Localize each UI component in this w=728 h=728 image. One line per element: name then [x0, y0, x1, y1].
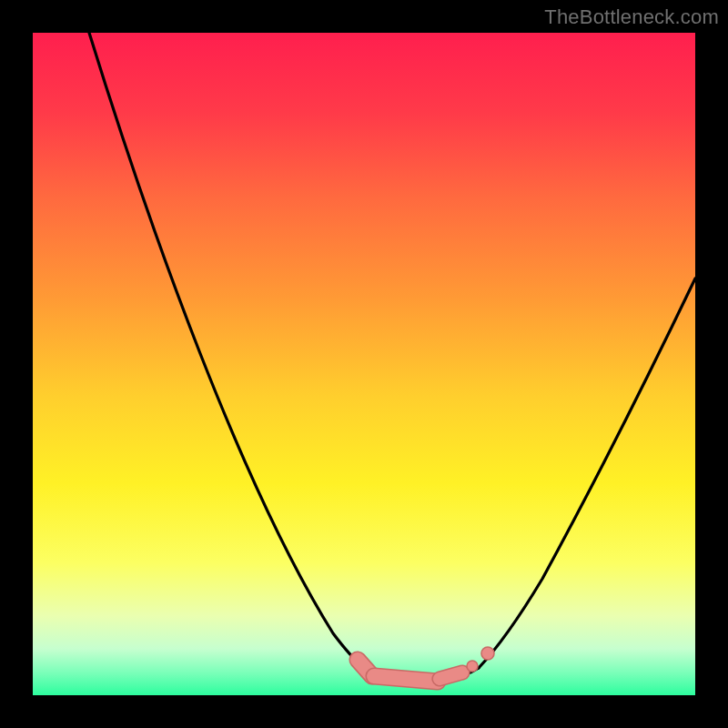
highlight-dot [467, 661, 478, 672]
watermark-text: TheBottleneck.com [544, 5, 719, 29]
highlight-capsule [374, 676, 438, 682]
outer-frame: TheBottleneck.com [0, 0, 728, 728]
highlight-dot [481, 647, 494, 660]
curve-left-branch [89, 33, 364, 668]
curve-layer [33, 33, 695, 695]
curve-right-branch [479, 278, 695, 668]
highlight-capsule [440, 672, 462, 679]
plot-area [33, 33, 695, 695]
highlight-markers [358, 647, 494, 682]
